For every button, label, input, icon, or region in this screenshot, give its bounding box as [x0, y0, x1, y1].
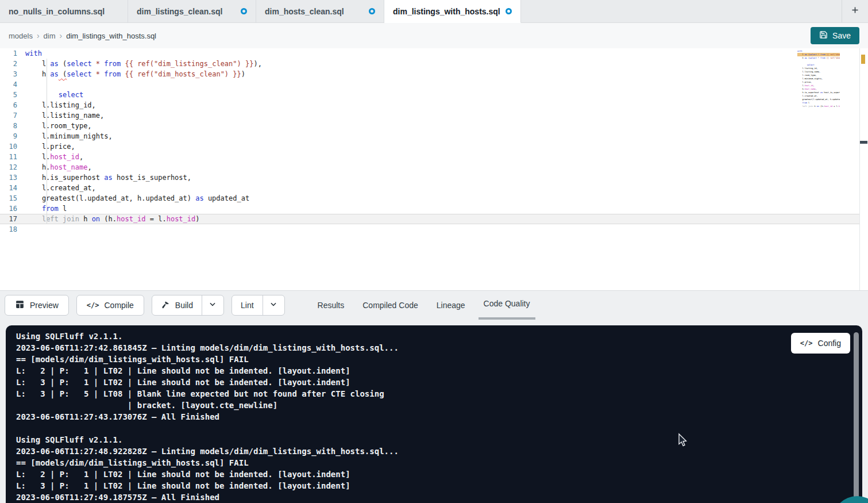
code-line[interactable]: 10 l.price, [0, 141, 868, 152]
panel-tab-results[interactable]: Results [318, 291, 345, 320]
terminal-scrollbar[interactable] [854, 332, 859, 503]
terminal-line: L: 2 | P: 1 | LT02 | Line should not be … [16, 365, 862, 377]
line-number: 4 [0, 79, 25, 90]
code-line[interactable]: 6 l.listing_id, [0, 100, 868, 110]
unsaved-changes-dot [369, 8, 375, 14]
code-line[interactable]: 7 l.listing_name, [0, 110, 868, 121]
compile-button-label: Compile [104, 301, 133, 310]
tab-label: dim_listings_with_hosts.sql [393, 7, 500, 16]
unsaved-changes-dot [241, 8, 247, 14]
lint-dropdown-button[interactable] [263, 295, 284, 315]
minimap-line: left join h on (h.host_id = l.host_id) [797, 105, 840, 108]
terminal-line: L: 2 | P: 1 | LT02 | Line should not be … [16, 469, 862, 480]
panel-tab-compiled-code[interactable]: Compiled Code [362, 291, 418, 320]
terminal-line: 2023-06-06T11:27:49.187575Z — All Finish… [16, 492, 862, 503]
panel-tab-label: Results [318, 301, 345, 310]
code-line[interactable]: 8 l.room_type, [0, 121, 868, 131]
code-line[interactable]: 2 l as (select * from {{ ref("dim_listin… [0, 59, 868, 69]
code-text: left join h on (h.host_id = l.host_id) [25, 214, 868, 224]
terminal-line: L: 3 | P: 1 | LT02 | Line should not be … [16, 377, 862, 388]
code-line[interactable]: 13 h.is_superhost as host_is_superhost, [0, 172, 868, 183]
save-icon [819, 30, 828, 41]
code-text: l.listing_id, [25, 100, 868, 110]
code-line[interactable]: 16 from l [0, 203, 868, 214]
save-button-label: Save [832, 31, 851, 40]
line-number: 18 [0, 224, 25, 235]
code-text: l.minimum_nights, [25, 131, 868, 141]
breadcrumb-item[interactable]: models [9, 32, 33, 40]
lint-button[interactable]: Lint [232, 295, 263, 315]
code-line[interactable]: 18 [0, 224, 868, 235]
chevron-down-icon [209, 300, 217, 310]
code-icon: </> [800, 339, 813, 347]
panel-tab-label: Code Quality [484, 299, 530, 308]
terminal-line: 2023-06-06T11:27:43.173076Z — All Finish… [16, 411, 862, 423]
breadcrumb-item[interactable]: dim_listings_with_hosts.sql [66, 32, 156, 40]
lint-split-button: Lint [232, 295, 285, 316]
chevron-right-icon: › [60, 31, 63, 40]
line-number: 10 [0, 141, 25, 152]
lint-config-button[interactable]: </> Config [791, 333, 850, 354]
line-number: 1 [0, 48, 25, 59]
terminal-line: Using SQLFluff v2.1.1. [16, 331, 862, 342]
editor-tab[interactable]: no_nulls_in_columns.sql [0, 0, 128, 22]
preview-button[interactable]: Preview [5, 295, 69, 316]
line-number: 6 [0, 100, 25, 110]
breadcrumb-item[interactable]: dim [44, 32, 56, 40]
code-text: h.host_name, [25, 162, 868, 172]
terminal-line: Using SQLFluff v2.1.1. [16, 434, 862, 446]
code-text: h as (select * from {{ ref("dim_hosts_cl… [25, 69, 868, 79]
code-line[interactable]: 3 h as (select * from {{ ref("dim_hosts_… [0, 69, 868, 79]
editor-scrollbar[interactable] [859, 48, 868, 290]
terminal-line: 2023-06-06T11:27:48.922828Z — Linting mo… [16, 446, 862, 457]
panel-toolbar: Preview </> Compile Build Lint [0, 291, 868, 320]
terminal-line: L: 3 | P: 1 | LT02 | Line should not be … [16, 480, 862, 492]
build-button-label: Build [175, 301, 193, 310]
panel-tab-label: Lineage [437, 301, 465, 310]
compile-button[interactable]: </> Compile [76, 295, 144, 316]
minimap[interactable]: with l as (select * from {{ ref("dim_lis… [797, 49, 840, 115]
build-split-button: Build [152, 295, 224, 316]
save-button[interactable]: Save [811, 27, 859, 44]
scrollbar-warning-marker [861, 55, 865, 64]
code-editor[interactable]: 1with2 l as (select * from {{ ref("dim_l… [0, 48, 868, 290]
line-number: 11 [0, 152, 25, 162]
code-text [25, 224, 868, 235]
chevron-right-icon: › [37, 31, 40, 40]
line-number: 8 [0, 121, 25, 131]
terminal-line: L: 3 | P: 5 | LT08 | Blank line expected… [16, 388, 862, 400]
lint-output-terminal[interactable]: Using SQLFluff v2.1.1.2023-06-06T11:27:4… [6, 325, 862, 503]
code-icon: </> [87, 301, 99, 309]
code-text: l.price, [25, 141, 868, 152]
code-text [25, 79, 868, 90]
new-tab-button[interactable] [842, 0, 868, 22]
line-number: 3 [0, 69, 25, 79]
build-button[interactable]: Build [152, 295, 202, 315]
code-line[interactable]: 15 greatest(l.updated_at, h.updated_at) … [0, 193, 868, 203]
code-line[interactable]: 14 l.created_at, [0, 183, 868, 193]
terminal-line [16, 423, 862, 434]
unsaved-changes-dot [506, 8, 512, 14]
code-text: h.is_superhost as host_is_superhost, [25, 172, 868, 183]
code-line[interactable]: 12 h.host_name, [0, 162, 868, 172]
panel-tab-code-quality[interactable]: Code Quality [484, 291, 530, 320]
code-line[interactable]: 17 left join h on (h.host_id = l.host_id… [0, 214, 868, 224]
code-line[interactable]: 9 l.minimum_nights, [0, 131, 868, 141]
table-icon [15, 300, 25, 311]
code-line[interactable]: 4 [0, 79, 868, 90]
code-text: select [25, 90, 868, 100]
build-dropdown-button[interactable] [202, 295, 223, 315]
code-line[interactable]: 1with [0, 48, 868, 59]
code-text: l.listing_name, [25, 110, 868, 121]
terminal-line: | bracket. [layout.cte_newline] [16, 400, 862, 411]
line-number: 2 [0, 59, 25, 69]
panel-tab-lineage[interactable]: Lineage [437, 291, 465, 320]
line-number: 7 [0, 110, 25, 121]
code-line[interactable]: 5 select [0, 90, 868, 100]
code-line[interactable]: 11 l.host_id, [0, 152, 868, 162]
editor-tab[interactable]: dim_listings_clean.sql [128, 0, 256, 22]
editor-tab[interactable]: dim_hosts_clean.sql [256, 0, 384, 22]
editor-tab[interactable]: dim_listings_with_hosts.sql [384, 0, 521, 23]
breadcrumb: models›dim›dim_listings_with_hosts.sql [9, 31, 156, 40]
minimap-line [797, 108, 840, 112]
